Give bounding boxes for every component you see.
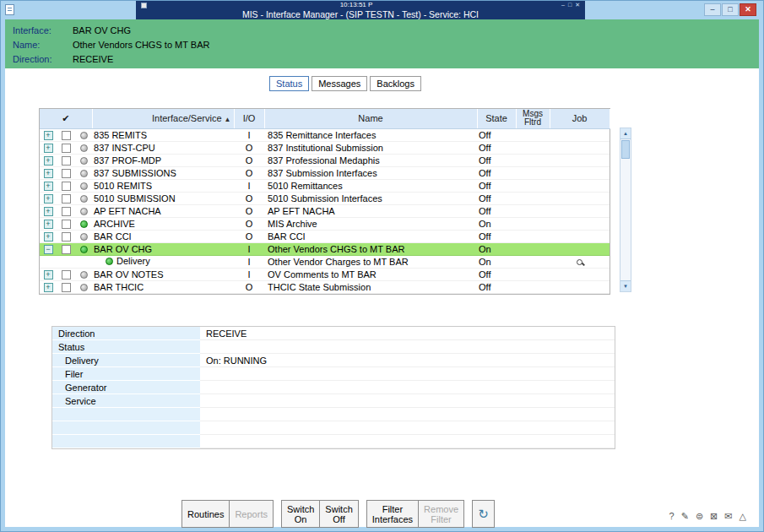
detail-label (52, 435, 200, 448)
io-value: O (234, 230, 264, 242)
interface-row[interactable]: +BAR CCIOBAR CCIOff (40, 230, 610, 242)
row-checkbox[interactable] (62, 169, 71, 178)
interface-row[interactable]: +ARCHIVEOMIS ArchiveOn (40, 217, 610, 230)
io-column-header[interactable]: I/O (234, 109, 264, 128)
row-checkbox[interactable] (62, 131, 71, 140)
detail-value (200, 340, 615, 354)
expand-icon[interactable]: + (44, 232, 53, 242)
state-column-header[interactable]: State (477, 109, 516, 128)
interface-row[interactable]: +835 REMITSI835 Remittance InterfacesOff (40, 128, 610, 141)
service-column-header[interactable]: Interface/Service ▲ (92, 109, 234, 128)
expand-icon[interactable]: + (44, 194, 53, 204)
state-value: Off (477, 179, 516, 192)
row-checkbox[interactable] (62, 232, 71, 242)
scrollbar-thumb[interactable] (621, 140, 630, 159)
print-icon[interactable]: ⊜ (696, 511, 703, 521)
edit-icon[interactable]: ✎ (681, 511, 689, 521)
routines-button[interactable]: Routines (182, 500, 230, 528)
expand-icon[interactable]: + (44, 169, 53, 178)
tab-messages[interactable]: Messages (312, 76, 367, 91)
row-checkbox[interactable] (62, 144, 71, 153)
button-label: Filter (382, 504, 403, 514)
detail-value (200, 435, 615, 448)
interface-row[interactable]: +837 SUBMISSIONSO837 Submission Interfac… (40, 166, 610, 179)
expand-icon[interactable]: + (44, 131, 53, 140)
io-value: O (234, 166, 264, 179)
magnifier-icon[interactable] (577, 259, 582, 265)
switch-off-button[interactable]: SwitchOff (319, 500, 358, 528)
status-led-off (80, 182, 88, 190)
service-name: Delivery (116, 256, 150, 266)
table-scrollbar[interactable]: ▲ ▼ (620, 128, 631, 292)
background-window-icon (141, 3, 147, 8)
msgs-filtered-column-header[interactable]: Msgs Fltrd (516, 109, 550, 128)
mail-icon[interactable]: ✉ (724, 511, 732, 521)
bg-minimize-icon[interactable]: – (561, 2, 565, 8)
detail-row: Status (52, 340, 615, 354)
status-icon-bar: ?✎⊜⊠✉△ (669, 511, 746, 521)
background-window-top-row: 10:13:51 P –□✕ (136, 1, 585, 9)
msgs-filtered-value (516, 268, 550, 280)
expand-icon[interactable]: + (44, 182, 53, 191)
detail-row (52, 435, 615, 448)
refresh-button[interactable]: ↻ (472, 500, 495, 528)
row-checkbox[interactable] (62, 270, 71, 280)
collapse-icon[interactable]: − (44, 245, 53, 254)
io-value: I (234, 179, 264, 192)
lock-icon[interactable]: ⊠ (710, 511, 718, 521)
interface-name: BAR OV NOTES (94, 269, 164, 280)
state-value: On (477, 217, 516, 230)
job-column-header[interactable]: Job (550, 109, 610, 128)
msgs-filtered-value (516, 141, 550, 154)
button-label: Interfaces (372, 514, 413, 524)
filter-interfaces-button[interactable]: FilterInterfaces (366, 500, 419, 528)
expand-icon[interactable]: + (44, 156, 53, 166)
close-button[interactable]: ✕ (740, 3, 756, 16)
row-checkbox[interactable] (62, 283, 71, 292)
status-led-off (80, 144, 88, 152)
remove-filter-button: RemoveFilter (418, 500, 464, 528)
interface-name: BAR OV CHG (94, 244, 152, 254)
interface-row[interactable]: −BAR OV CHGIOther Vendors CHGS to MT BAR… (40, 242, 610, 255)
service-row[interactable]: DeliveryIOther Vendor Charges to MT BARO… (40, 255, 610, 268)
interface-row[interactable]: +BAR THCICOTHCIC State SubmissionOff (40, 280, 610, 293)
scroll-up-button[interactable]: ▲ (620, 128, 631, 139)
expand-icon[interactable]: + (44, 207, 53, 216)
expand-icon[interactable]: + (44, 144, 53, 153)
interface-header: Interface:BAR OV CHGName:Other Vendors C… (5, 19, 759, 68)
row-checkbox[interactable] (62, 194, 71, 204)
interface-row[interactable]: +837 PROF-MDPO837 Professional MedaphisO… (40, 154, 610, 166)
interface-row[interactable]: +5010 SUBMISSIONO5010 Submission Interfa… (40, 192, 610, 204)
interface-row[interactable]: +BAR OV NOTESIOV Comments to MT BAROff (40, 268, 610, 280)
row-checkbox[interactable] (62, 207, 71, 216)
row-checkbox[interactable] (62, 245, 71, 254)
minimize-button[interactable]: – (704, 3, 721, 16)
help-icon[interactable]: ? (669, 511, 675, 521)
name-column-header[interactable]: Name (264, 109, 477, 128)
interface-row[interactable]: +AP EFT NACHAOAP EFT NACHAOff (40, 204, 610, 217)
io-value: O (234, 204, 264, 217)
interface-name: BAR THCIC (94, 282, 144, 292)
scroll-down-button[interactable]: ▼ (620, 280, 631, 291)
service-header-label: Interface/Service (152, 113, 222, 123)
expand-icon[interactable]: + (44, 220, 53, 229)
button-label: Switch (325, 504, 352, 514)
expand-icon[interactable]: + (44, 283, 53, 292)
bg-close-icon[interactable]: ✕ (575, 2, 580, 8)
row-checkbox[interactable] (62, 156, 71, 166)
row-checkbox[interactable] (62, 182, 71, 191)
interface-row[interactable]: +837 INST-CPUO837 Institutional Submissi… (40, 141, 610, 154)
expand-icon[interactable]: + (44, 270, 53, 280)
window-controls: – □ ✕ (704, 3, 756, 16)
interface-row[interactable]: +5010 REMITSI5010 RemittancesOff (40, 179, 610, 192)
tab-backlogs[interactable]: Backlogs (370, 76, 421, 91)
maximize-button[interactable]: □ (722, 3, 739, 16)
warning-icon[interactable]: △ (740, 511, 746, 521)
bg-maximize-icon[interactable]: □ (568, 2, 572, 8)
row-checkbox[interactable] (62, 220, 71, 229)
detail-label: Service (52, 394, 200, 408)
state-value: Off (477, 166, 516, 179)
name-value: 5010 Submission Interfaces (264, 192, 477, 204)
tab-status[interactable]: Status (269, 76, 309, 91)
switch-on-button[interactable]: SwitchOn (281, 500, 320, 528)
